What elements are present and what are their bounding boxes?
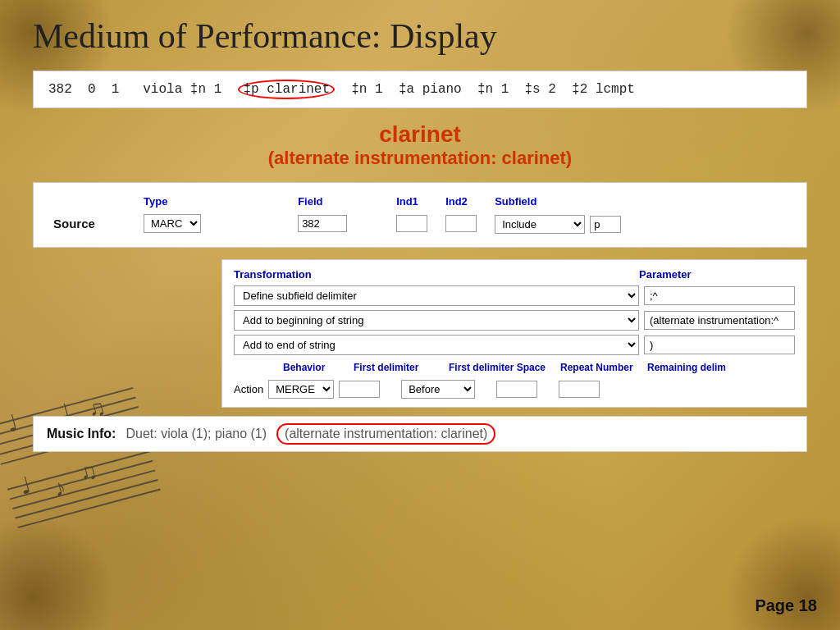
- bh-first-delim: First delimiter: [354, 362, 444, 373]
- marc-record-prefix: 382 0 1 viola ‡n 1: [48, 82, 237, 97]
- param-input-2[interactable]: [644, 311, 795, 330]
- clarinet-display: clarinet (alternate instrumentation: cla…: [33, 121, 807, 169]
- transform-row-2: Add to beginning of string: [234, 310, 795, 331]
- clarinet-sub-text: (alternate instrumentation: clarinet): [33, 148, 807, 169]
- merge-select[interactable]: MERGE: [268, 380, 334, 399]
- bh-remaining: Remaining delim: [647, 362, 729, 373]
- col-ind1: Ind1: [390, 193, 439, 210]
- page-number: Page 18: [755, 596, 817, 615]
- field-input[interactable]: [298, 215, 347, 232]
- transform-select-3[interactable]: Add to end of string: [234, 335, 639, 355]
- source-table-container: Type Field Ind1 Ind2 Subfield Source MAR…: [33, 182, 807, 248]
- col-ind2: Ind2: [439, 193, 488, 210]
- bh-behavior: Behavior: [283, 362, 349, 373]
- bh-repeat-num: Repeat Number: [560, 362, 642, 373]
- bh-first-delim-space: First delimiter Space: [449, 362, 555, 373]
- remaining-input[interactable]: [559, 381, 600, 398]
- marc-record-bar: 382 0 1 viola ‡n 1 ‡p clarinet ‡n 1 ‡a p…: [33, 71, 807, 108]
- action-label: Action: [234, 383, 263, 395]
- transform-select-2[interactable]: Add to beginning of string: [234, 310, 639, 331]
- col-field: Field: [291, 193, 390, 210]
- first-delim-input[interactable]: [339, 381, 380, 398]
- transform-row-1: Define subfield delimiter: [234, 285, 795, 306]
- music-info-circled: (alternate instrumentation: clarinet): [276, 423, 495, 445]
- space-select[interactable]: Before: [401, 380, 475, 399]
- subfield-value-input[interactable]: [590, 216, 621, 233]
- behavior-headers: Behavior First delimiter First delimiter…: [234, 362, 795, 373]
- bottom-bar: Music Info: Duet: viola (1); piano (1) (…: [33, 416, 807, 452]
- param-input-3[interactable]: [644, 336, 795, 354]
- source-row: Source MARC: [47, 210, 793, 237]
- marc-record-suffix: ‡n 1 ‡a piano ‡n 1 ‡s 2 ‡2 lcmpt: [336, 82, 635, 97]
- col-type: Type: [137, 193, 291, 210]
- marc-circled-term: ‡p clarinet: [238, 80, 335, 99]
- action-row: Action MERGE Before: [234, 380, 795, 399]
- transformation-panel: Transformation Parameter Define subfield…: [221, 259, 807, 408]
- subfield-select[interactable]: Include: [495, 215, 585, 234]
- transform-header: Transformation Parameter: [234, 268, 795, 281]
- music-info-text-before: Duet: viola (1); piano (1): [126, 427, 267, 441]
- transform-col-header: Transformation: [234, 268, 639, 281]
- ind1-input[interactable]: [396, 215, 427, 232]
- transform-row-3: Add to end of string: [234, 335, 795, 355]
- param-col-header: Parameter: [639, 268, 795, 281]
- clarinet-main-text: clarinet: [33, 121, 807, 148]
- music-info-label: Music Info:: [47, 427, 116, 441]
- page-title: Medium of Performance: Display: [33, 16, 807, 56]
- repeat-input[interactable]: [496, 381, 537, 398]
- transform-select-1[interactable]: Define subfield delimiter: [234, 285, 639, 306]
- ind2-input[interactable]: [445, 215, 477, 232]
- source-table: Type Field Ind1 Ind2 Subfield Source MAR…: [47, 193, 793, 237]
- type-select[interactable]: MARC: [144, 214, 201, 233]
- param-input-1[interactable]: [644, 286, 795, 305]
- col-subfield: Subfield: [488, 193, 793, 210]
- source-label: Source: [47, 210, 137, 237]
